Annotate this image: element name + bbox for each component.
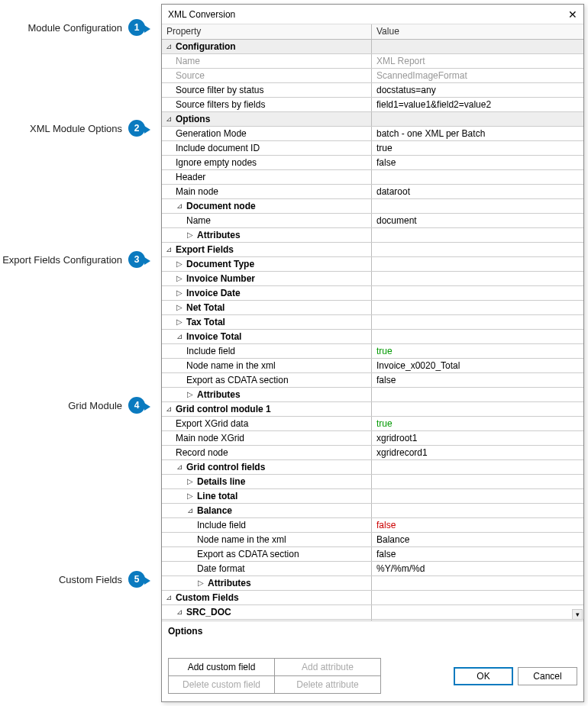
group-export-fields[interactable]: ⊿Export Fields [162, 243, 583, 257]
prop-include-doc-id[interactable]: Include document IDtrue [162, 141, 583, 156]
prop-bal-include[interactable]: Include fieldfalse [162, 518, 583, 533]
header-property: Property [162, 24, 372, 39]
prop-invtotal-nodename[interactable]: Node name in the xmlInvoice_x0020_Total [162, 359, 583, 373]
group-grid-module[interactable]: ⊿Grid control module 1 [162, 402, 583, 417]
prop-source[interactable]: SourceScannedImageFormat [162, 69, 583, 83]
prop-main-node-xgrid[interactable]: Main node XGridxgridroot1 [162, 431, 583, 446]
group-invoice-date[interactable]: ▷Invoice Date [162, 286, 583, 301]
prop-src-filter-fields[interactable]: Source filters by fieldsfield1=value1&fi… [162, 98, 583, 112]
add-custom-field-button[interactable]: Add custom field [168, 658, 275, 676]
prop-main-node[interactable]: Main nodedataroot [162, 185, 583, 199]
prop-ignore-empty[interactable]: Ignore empty nodesfalse [162, 156, 583, 170]
cancel-button[interactable]: Cancel [518, 667, 577, 685]
group-net-total[interactable]: ▷Net Total [162, 301, 583, 315]
delete-attribute-button[interactable]: Delete attribute [274, 675, 381, 694]
group-line-total[interactable]: ▷Line total [162, 489, 583, 504]
grid-header: Property Value [162, 24, 583, 40]
prop-gen-mode[interactable]: Generation Modebatch - one XML per Batch [162, 127, 583, 141]
callout-bubble-4: 4 [128, 397, 145, 414]
group-invoice-number[interactable]: ▷Invoice Number [162, 272, 583, 286]
prop-srcdoc-value[interactable]: Value%docfield.SrcDoc% [162, 620, 583, 621]
prop-src-filter-status[interactable]: Source filter by statusdocstatus=any [162, 83, 583, 98]
group-document-node[interactable]: ⊿Document node [162, 199, 583, 214]
prop-doc-name[interactable]: Namedocument [162, 214, 583, 228]
dialog-title: XML Conversion [168, 9, 235, 20]
property-grid: ▴ ⊿Configuration NameXML Report SourceSc… [162, 40, 583, 621]
prop-invtotal-include[interactable]: Include fieldtrue [162, 344, 583, 359]
ok-button[interactable]: OK [454, 667, 513, 685]
delete-custom-field-button[interactable]: Delete custom field [168, 675, 275, 694]
group-invtotal-attrs[interactable]: ▷Attributes [162, 388, 583, 402]
header-value: Value [372, 24, 583, 39]
prop-invtotal-cdata[interactable]: Export as CDATA sectionfalse [162, 373, 583, 388]
group-src-doc[interactable]: ⊿SRC_DOC [162, 605, 583, 620]
add-attribute-button[interactable]: Add attribute [274, 658, 381, 676]
callout-bubble-3: 3 [128, 251, 145, 268]
xml-conversion-dialog: XML Conversion ✕ Property Value ▴ ⊿Confi… [161, 4, 584, 702]
callout-bubble-1: 1 [128, 19, 145, 36]
group-configuration[interactable]: ⊿Configuration [162, 40, 583, 54]
callout-bubble-2: 2 [128, 120, 145, 137]
prop-name[interactable]: NameXML Report [162, 54, 583, 69]
group-details-line[interactable]: ▷Details line [162, 475, 583, 489]
titlebar: XML Conversion ✕ [162, 5, 583, 24]
callout-label-5: Custom Fields [59, 574, 122, 585]
footer-section-title: Options [168, 626, 577, 637]
group-doc-type[interactable]: ▷Document Type [162, 257, 583, 272]
callout-label-1: Module Configuration [27, 22, 122, 34]
prop-bal-cdata[interactable]: Export as CDATA sectionfalse [162, 547, 583, 562]
scroll-down-icon[interactable]: ▾ [572, 609, 583, 620]
callout-label-4: Grid Module [68, 400, 122, 411]
group-custom-fields[interactable]: ⊿Custom Fields [162, 591, 583, 605]
group-bal-attrs[interactable]: ▷Attributes [162, 576, 583, 591]
prop-record-node[interactable]: Record nodexgridrecord1 [162, 446, 583, 460]
prop-bal-nodename[interactable]: Node name in the xmlBalance [162, 533, 583, 547]
callout-bubble-5: 5 [128, 571, 145, 588]
group-balance[interactable]: ⊿Balance [162, 504, 583, 518]
prop-header[interactable]: Header [162, 170, 583, 185]
prop-bal-dateformat[interactable]: Date format%Y/%m/%d [162, 562, 583, 576]
group-invoice-total[interactable]: ⊿Invoice Total [162, 330, 583, 344]
group-grid-ctrl-fields[interactable]: ⊿Grid control fields [162, 460, 583, 475]
close-icon[interactable]: ✕ [568, 8, 577, 21]
footer-panel: Options Add custom field Delete custom f… [162, 621, 583, 701]
group-tax-total[interactable]: ▷Tax Total [162, 315, 583, 330]
group-options[interactable]: ⊿Options [162, 112, 583, 127]
callout-label-2: XML Module Options [30, 123, 122, 134]
callout-label-3: Export Fields Configuration [2, 254, 122, 266]
prop-export-xgrid[interactable]: Export XGrid datatrue [162, 417, 583, 431]
group-doc-attributes[interactable]: ▷Attributes [162, 228, 583, 243]
